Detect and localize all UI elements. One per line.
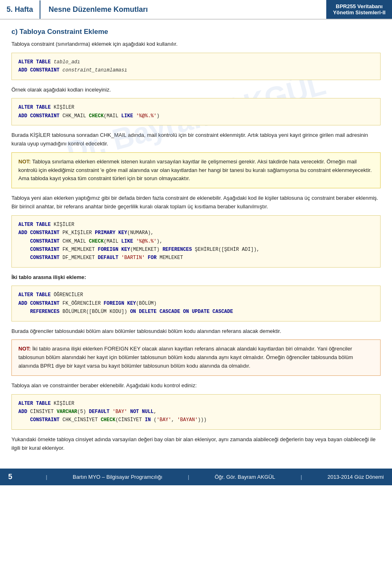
code-block-5: ALTER TABLE KİŞİLER ADD CİNSİYET VARCHAR…	[11, 394, 381, 430]
c5-fn2: CHECK	[101, 417, 116, 423]
footer-sep1: |	[46, 474, 47, 480]
page-number: 5	[8, 473, 12, 481]
c2-fn1: CHECK	[89, 113, 104, 119]
note-block-2: NOT: İki tablo arasına ilişki eklerken F…	[11, 339, 381, 375]
c2-kw1: ALTER TABLE	[18, 105, 53, 110]
iliski-title-text: İki tablo arasına ilişki ekleme:	[11, 274, 86, 280]
section-c-title: c) Tabloya Constraint Ekleme	[11, 28, 381, 36]
c4-p1: ÖĞRENCİLER	[53, 292, 83, 298]
c2-str1: '%@%.%'	[136, 113, 156, 119]
code1-it1: tablo_adı	[53, 59, 80, 65]
code1-kw2: ADD CONSTRAINT	[18, 67, 62, 73]
main-content: Dr. Bayram AKGÜL c) Tabloya Constraint E…	[0, 20, 392, 464]
course-line1: BPR255 Veritabanı	[333, 3, 385, 9]
c2-plain2: CHK_MAIL	[62, 113, 89, 119]
c4-kw4: REFERENCES	[30, 309, 62, 315]
c5-str1: 'BAY'	[112, 409, 127, 415]
c3-p2: PK_KİŞİLER	[62, 230, 95, 236]
code-block-3: ALTER TABLE KİŞİLER ADD CONSTRAINT PK_Kİ…	[11, 215, 381, 268]
explain-1: Burada KİŞİLER tablosuna sonradan CHK_MA…	[11, 131, 381, 148]
intro-text: Tabloya constraint (sınırlandırma) eklem…	[11, 40, 381, 49]
course-line2: Yönetim Sistemleri-II	[333, 9, 385, 16]
c3-p7: FK_MEMLEKET	[62, 247, 98, 252]
c3-p3: (NUMARA),	[127, 230, 154, 236]
explain-5: Yukarıdaki örnekte tabloya cinsiyet adın…	[11, 435, 381, 453]
c3-str2: 'BARTIN'	[121, 255, 145, 261]
code-block-2: ALTER TABLE KİŞİLER ADD CONSTRAINT CHK_M…	[11, 98, 381, 125]
c5-p8: (	[154, 417, 156, 423]
c5-kw5: CONSTRAINT	[18, 417, 62, 423]
c3-kw1: ALTER TABLE	[18, 222, 53, 228]
week-label: 5. Hafta	[0, 0, 40, 19]
c5-p3: (5)	[77, 409, 89, 415]
c3-kw9: CONSTRAINT	[18, 255, 62, 261]
c5-p7: (CİNSİYET	[116, 417, 145, 423]
c5-kw6: IN	[145, 417, 154, 423]
note1-text: Tabloya sınırlama eklerken eklenmek iste…	[18, 158, 372, 182]
c5-str2: 'BAY'	[157, 417, 172, 423]
footer-institution: Bartın MYO – Bilgisayar Programcılığı	[73, 474, 163, 480]
c4-p2: FK_ÖĞRENCİLER	[62, 301, 104, 306]
course-info: BPR255 Veritabanı Yönetim Sistemleri-II	[326, 0, 392, 19]
c3-p10: DF_MEMLEKET	[62, 255, 98, 261]
c3-kw6: CONSTRAINT	[18, 247, 62, 252]
c5-kw4: NOT NULL	[130, 409, 154, 415]
c5-p1: KİŞİLER	[53, 401, 74, 406]
footer-sep3: |	[301, 474, 302, 480]
footer-term: 2013-2014 Güz Dönemi	[327, 474, 384, 480]
note2-label: NOT:	[18, 346, 31, 352]
footer-sep2: |	[188, 474, 189, 480]
c5-str3: 'BAYAN'	[177, 417, 198, 423]
note-block-1: NOT: Tabloya sınırlama eklerken eklenmek…	[11, 152, 381, 188]
c4-kw5: ON DELETE CASCADE ON UPDATE CASCADE	[130, 309, 233, 315]
c5-fn1: VARCHAR	[57, 409, 77, 415]
c3-p5: (MAIL	[104, 239, 121, 244]
c3-kw11: FOR	[145, 255, 160, 261]
code-block-4: ALTER TABLE ÖĞRENCİLER ADD CONSTRAINT FK…	[11, 286, 381, 321]
c3-fn1: CHECK	[89, 239, 104, 244]
c3-kw5: LIKE	[121, 239, 136, 244]
c2-plain4: )	[157, 113, 160, 119]
c4-p4	[18, 309, 30, 315]
code1-kw1: ALTER TABLE	[18, 59, 53, 65]
c4-kw3: FOREIGN KEY	[104, 301, 136, 306]
c3-p8: (MEMLEKET)	[130, 247, 163, 252]
page-title: Nesne Düzenleme Komutları	[40, 0, 156, 19]
c2-kw3: LIKE	[121, 113, 136, 119]
c4-p3: (BÖLÜM)	[136, 301, 156, 306]
header-left: 5. Hafta Nesne Düzenleme Komutları	[0, 0, 156, 19]
page-header: 5. Hafta Nesne Düzenleme Komutları BPR25…	[0, 0, 392, 20]
note2-text: İki tablo arasına ilişki eklerken FOREIG…	[18, 346, 353, 369]
c3-kw7: FOREIGN KEY	[98, 247, 130, 252]
c5-kw3: DEFAULT	[89, 409, 113, 415]
iliski-title: İki tablo arasına ilişki ekleme:	[11, 273, 381, 282]
c2-plain3: (MAIL	[104, 113, 121, 119]
c5-p4	[127, 409, 130, 415]
c5-p5: ,	[154, 409, 156, 415]
c3-p9: ŞEHİRLER([ŞEHİR ADI]),	[195, 247, 259, 252]
c3-kw3: PRIMARY KEY	[95, 230, 127, 236]
c3-str1: '%@%.%'	[136, 239, 156, 244]
c3-kw2: ADD CONSTRAINT	[18, 230, 62, 236]
sample-intro: Örnek olarak aşağıdaki kodları inceleyin…	[11, 86, 381, 94]
c3-p4: CHK_MAIL	[62, 239, 89, 244]
c5-p6: CHK_CİNSİYET	[62, 417, 101, 423]
c4-kw2: ADD CONSTRAINT	[18, 301, 62, 306]
c5-kw1: ALTER TABLE	[18, 401, 53, 406]
c4-p5: BÖLÜMLER([BÖLÜM KODU])	[62, 309, 130, 315]
c5-p10: )))	[198, 417, 207, 423]
c3-p6: ),	[157, 239, 163, 244]
c5-kw2: ADD	[18, 409, 30, 415]
c3-p1: KİŞİLER	[53, 222, 74, 228]
c3-p11: MEMLEKET	[160, 255, 183, 261]
c2-plain1: KİŞİLER	[53, 105, 74, 110]
explain-2: Tabloya yeni alan eklerken yaptığımız gi…	[11, 194, 381, 211]
c3-kw4: CONSTRAINT	[18, 239, 62, 244]
c5-p2: CİNSİYET	[30, 409, 57, 415]
c4-kw1: ALTER TABLE	[18, 292, 53, 298]
c3-kw8: REFERENCES	[163, 247, 195, 252]
footer-instructor: Öğr. Gör. Bayram AKGÜL	[215, 474, 275, 480]
note1-label: NOT:	[18, 158, 31, 165]
explain-4: Tabloya alan ve constraintler beraber ek…	[11, 382, 381, 390]
code1-it2: constraint_tanımlaması	[62, 67, 127, 73]
